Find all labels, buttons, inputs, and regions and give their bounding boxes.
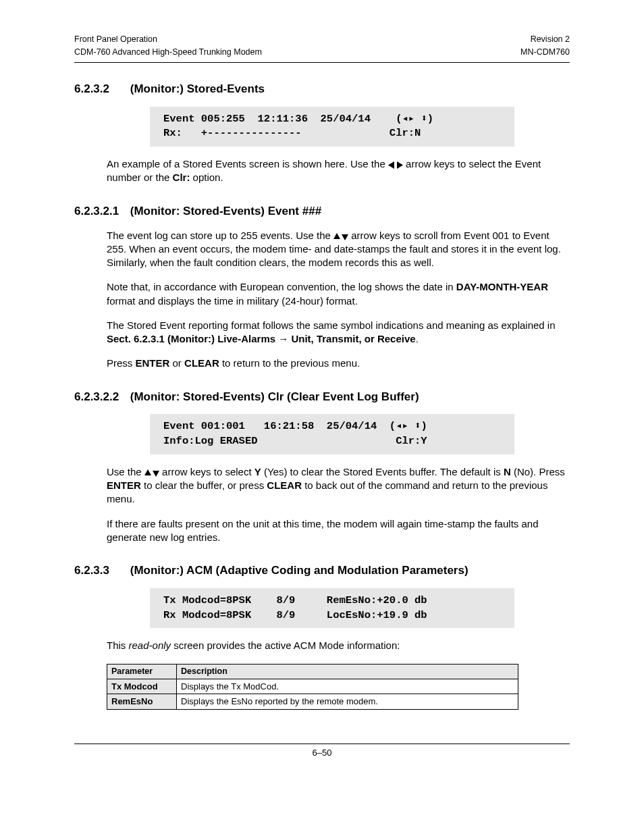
text: or xyxy=(169,357,184,369)
bold: ENTER xyxy=(136,357,170,369)
page-footer: 6–50 xyxy=(74,744,570,759)
svg-marker-2 xyxy=(333,233,340,239)
bold: Y xyxy=(254,466,261,477)
svg-marker-3 xyxy=(342,234,348,240)
heading-6-2-3-2: 6.2.3.2 (Monitor:) Stored-Events xyxy=(74,82,570,97)
lcd-acm: Tx Modcod=8PSK 8/9 RemEsNo:+20.0 db Rx M… xyxy=(150,588,514,628)
text: Note that, in accordance with European c… xyxy=(107,281,456,292)
text: arrow keys to select xyxy=(159,466,254,477)
p-62322-1: Use the arrow keys to select Y (Yes) to … xyxy=(107,465,570,506)
lcd-clear-log: Event 001:001 16:21:58 25/04/14 (◂▸ ⬍) I… xyxy=(150,414,514,454)
p-62322-2: If there are faults present on the unit … xyxy=(107,517,570,545)
up-down-arrow-icon xyxy=(333,230,348,241)
text: (No). Press xyxy=(511,466,565,477)
lcd-stored-events: Event 005:255 12:11:36 25/04/14 (◂▸ ⬍) R… xyxy=(150,107,514,147)
text: option. xyxy=(190,172,223,183)
td-param: RemEsNo xyxy=(107,694,177,710)
up-down-arrow-icon xyxy=(144,466,159,477)
header-right-1: Revision 2 xyxy=(531,34,570,45)
text: screen provides the active ACM Mode info… xyxy=(171,640,400,651)
td-desc: Displays the Tx ModCod. xyxy=(177,679,518,694)
svg-marker-0 xyxy=(388,161,394,169)
italic: read-only xyxy=(129,640,171,651)
text: Press xyxy=(107,357,136,369)
text: format and displays the time in military… xyxy=(107,295,358,307)
text: An example of a Stored Events screen is … xyxy=(107,158,388,170)
secnum: 6.2.3.3 xyxy=(74,563,127,579)
p-6232-1: An example of a Stored Events screen is … xyxy=(107,157,570,185)
header-right-2: MN-CDM760 xyxy=(520,47,570,58)
sectitle: (Monitor: Stored-Events) Event ### xyxy=(130,205,321,217)
svg-marker-1 xyxy=(397,161,403,169)
left-right-arrow-icon xyxy=(388,158,403,170)
sectitle: (Monitor:) ACM (Adaptive Coding and Modu… xyxy=(130,564,468,577)
heading-6-2-3-2-1: 6.2.3.2.1 (Monitor: Stored-Events) Event… xyxy=(74,204,570,219)
text: The event log can store up to 255 events… xyxy=(107,230,333,241)
header-row-2: CDM-760 Advanced High-Speed Trunking Mod… xyxy=(74,47,570,58)
secnum: 6.2.3.2.1 xyxy=(74,204,127,219)
bold: DAY-MONTH-YEAR xyxy=(456,281,548,292)
svg-marker-4 xyxy=(144,469,151,475)
td-param: Tx Modcod xyxy=(107,679,177,694)
bold: CLEAR xyxy=(184,357,219,369)
header-row-1: Front Panel Operation Revision 2 xyxy=(74,34,570,45)
bold: CLEAR xyxy=(267,479,302,491)
heading-6-2-3-3: 6.2.3.3 (Monitor:) ACM (Adaptive Coding … xyxy=(74,563,570,579)
clr-label: Clr: xyxy=(173,172,190,183)
text: to clear the buffer, or press xyxy=(141,479,267,491)
text: Use the xyxy=(107,466,144,477)
acm-param-table: Parameter Description Tx Modcod Displays… xyxy=(107,664,518,710)
p-62321-3: The Stored Event reporting format follow… xyxy=(107,319,570,346)
table-row: RemEsNo Displays the EsNo reported by th… xyxy=(107,694,518,710)
text: (Yes) to clear the Stored Events buffer.… xyxy=(261,466,504,477)
header-left-2: CDM-760 Advanced High-Speed Trunking Mod… xyxy=(74,47,262,58)
text: The Stored Event reporting format follow… xyxy=(107,319,556,331)
table-row: Tx Modcod Displays the Tx ModCod. xyxy=(107,679,518,694)
text: to return to the previous menu. xyxy=(219,357,360,369)
table-header-row: Parameter Description xyxy=(107,664,518,679)
svg-marker-5 xyxy=(153,471,159,477)
header-left-1: Front Panel Operation xyxy=(74,34,157,45)
text: This xyxy=(107,640,129,651)
p-62321-1: The event log can store up to 255 events… xyxy=(107,229,570,270)
bold: ENTER xyxy=(107,479,141,491)
td-desc: Displays the EsNo reported by the remote… xyxy=(177,694,518,710)
secnum: 6.2.3.2 xyxy=(74,82,127,97)
bold: N xyxy=(504,466,511,477)
sectitle: (Monitor: Stored-Events) Clr (Clear Even… xyxy=(130,390,419,403)
th-description: Description xyxy=(177,664,518,679)
p-6233-1: This read-only screen provides the activ… xyxy=(107,639,570,652)
page-header: Front Panel Operation Revision 2 CDM-760… xyxy=(74,34,570,63)
p-62321-2: Note that, in accordance with European c… xyxy=(107,280,570,308)
bold: Sect. 6.2.3.1 (Monitor:) Live-Alarms → U… xyxy=(107,333,416,344)
p-62321-4: Press ENTER or CLEAR to return to the pr… xyxy=(107,357,570,370)
heading-6-2-3-2-2: 6.2.3.2.2 (Monitor: Stored-Events) Clr (… xyxy=(74,390,570,405)
text: . xyxy=(416,333,419,344)
sectitle: (Monitor:) Stored-Events xyxy=(130,82,265,95)
secnum: 6.2.3.2.2 xyxy=(74,390,127,405)
th-parameter: Parameter xyxy=(107,664,177,679)
